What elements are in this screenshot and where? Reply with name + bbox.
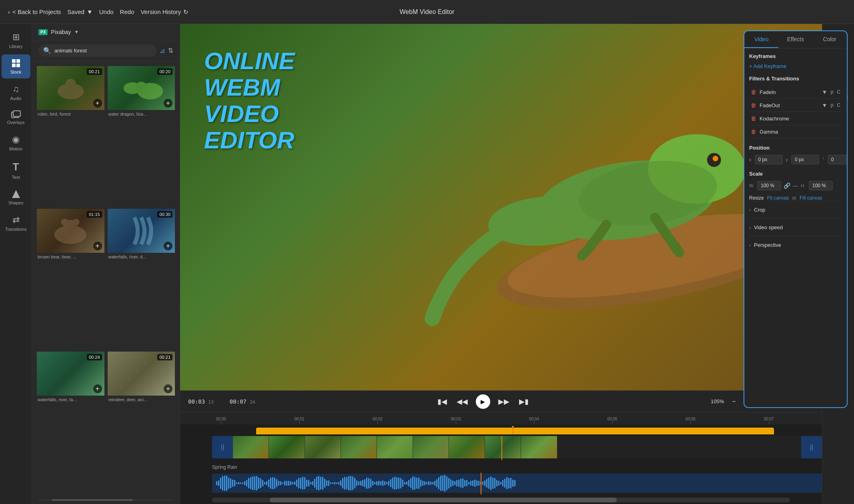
filter-gamma: 🗑 Gamma bbox=[749, 125, 842, 138]
undo-button[interactable]: Undo bbox=[99, 8, 114, 15]
filter-more-icon[interactable]: C bbox=[837, 89, 840, 95]
timeline-scrollbar-thumb[interactable] bbox=[270, 498, 616, 502]
rotation-input[interactable] bbox=[828, 155, 847, 164]
shapes-icon bbox=[11, 189, 21, 199]
timeline-scrollbar[interactable] bbox=[212, 498, 790, 502]
version-history-button[interactable]: Version History ↻ bbox=[140, 8, 188, 16]
audio-bar bbox=[300, 478, 301, 489]
play-button[interactable]: ▶ bbox=[476, 394, 490, 409]
list-item[interactable]: 01:15 + brown bear, bear, ... bbox=[37, 209, 104, 348]
audio-bar bbox=[318, 476, 319, 490]
tab-effects[interactable]: Effects bbox=[778, 31, 812, 48]
redo-button[interactable]: Redo bbox=[120, 8, 134, 15]
filter-delete-icon[interactable]: 🗑 bbox=[751, 102, 756, 108]
sort-icon[interactable]: ⇅ bbox=[168, 47, 173, 54]
audio-bar bbox=[470, 481, 471, 485]
filter-more-icon[interactable]: C bbox=[837, 102, 840, 108]
media-add-button[interactable]: + bbox=[93, 242, 102, 250]
filter-delete-icon[interactable]: 🗑 bbox=[751, 115, 756, 122]
source-dropdown-icon[interactable]: ▼ bbox=[74, 29, 79, 35]
media-duration: 00:24 bbox=[87, 354, 102, 360]
y-label: y bbox=[786, 157, 788, 162]
media-add-button[interactable]: + bbox=[164, 242, 172, 250]
audio-bar bbox=[486, 479, 487, 488]
w-input[interactable] bbox=[757, 181, 781, 190]
zoom-out-button[interactable]: − bbox=[730, 396, 737, 407]
fit-canvas-button[interactable]: Fit canvas bbox=[767, 195, 789, 201]
sidebar-item-transitions[interactable]: ⇄ Transitions bbox=[2, 211, 30, 236]
fast-forward-button[interactable]: ▶▶ bbox=[497, 396, 511, 408]
media-add-button[interactable]: + bbox=[164, 99, 172, 108]
scale-minus-icon[interactable]: — bbox=[793, 182, 798, 189]
sidebar-item-text[interactable]: T Text bbox=[2, 157, 30, 184]
tab-video[interactable]: Video bbox=[744, 31, 778, 48]
audio-bar bbox=[438, 477, 439, 489]
fill-canvas-button[interactable]: Fill canvas bbox=[800, 195, 822, 201]
audio-bar bbox=[428, 481, 429, 485]
skip-end-button[interactable]: ▶▮ bbox=[517, 396, 530, 408]
video-segment bbox=[341, 436, 377, 458]
position-title: Position bbox=[749, 145, 842, 151]
audio-bar bbox=[218, 480, 219, 486]
audio-bar bbox=[316, 477, 317, 489]
h-input[interactable] bbox=[809, 181, 833, 190]
audio-bar bbox=[458, 480, 459, 486]
audio-bar bbox=[344, 477, 345, 490]
list-item[interactable]: 00:30 + waterfalls, river, d... bbox=[108, 209, 175, 348]
audio-bar bbox=[312, 481, 313, 486]
add-keyframe-label: + Add Keyframe bbox=[749, 63, 786, 69]
skip-start-button[interactable]: ▮◀ bbox=[436, 396, 449, 408]
media-add-button[interactable]: + bbox=[93, 384, 102, 393]
filter-delete-icon[interactable]: 🗑 bbox=[751, 89, 756, 95]
filter-keyframe-dot[interactable]: · bbox=[830, 104, 834, 107]
audio-bar bbox=[288, 481, 289, 486]
add-keyframe-button[interactable]: + Add Keyframe bbox=[749, 63, 842, 69]
filter-keyframe-dot[interactable]: · bbox=[830, 90, 834, 94]
sidebar-item-audio[interactable]: ♫ Audio bbox=[2, 80, 30, 105]
sidebar-item-shapes[interactable]: Shapes bbox=[2, 185, 30, 209]
sidebar-item-stock[interactable]: Stock bbox=[2, 54, 30, 78]
sidebar-item-overlays[interactable]: Overlays bbox=[2, 106, 30, 129]
playhead[interactable] bbox=[513, 426, 513, 434]
filter-expand-icon[interactable]: ▼ bbox=[822, 89, 827, 95]
audio-bar bbox=[260, 478, 261, 488]
rewind-button[interactable]: ◀◀ bbox=[455, 396, 469, 408]
audio-bar bbox=[220, 478, 221, 489]
perspective-section[interactable]: › Perspective bbox=[749, 236, 842, 254]
y-input[interactable] bbox=[791, 155, 819, 164]
audio-bar bbox=[296, 480, 297, 486]
audio-bar bbox=[468, 482, 469, 484]
filter-delete-icon[interactable]: 🗑 bbox=[751, 128, 756, 135]
link-icon[interactable]: 🔗 bbox=[784, 182, 790, 189]
saved-button[interactable]: Saved ▼ bbox=[67, 8, 92, 15]
audio-bar bbox=[228, 478, 229, 489]
audio-bar bbox=[216, 481, 217, 485]
tab-color[interactable]: Color bbox=[813, 31, 847, 48]
sidebar-item-motion[interactable]: ◉ Motion bbox=[2, 130, 30, 155]
audio-bar bbox=[256, 476, 257, 490]
video-speed-section[interactable]: › Video speed bbox=[749, 218, 842, 236]
list-item[interactable]: 00:21 + robin, bird, forest bbox=[37, 66, 104, 206]
h-label: H bbox=[801, 183, 806, 188]
search-input[interactable] bbox=[54, 48, 152, 54]
media-label: waterfalls, river, la... bbox=[37, 396, 104, 404]
video-track-left-handle[interactable]: || bbox=[212, 436, 233, 458]
list-item[interactable]: 00:20 + water dragon, liza... bbox=[108, 66, 175, 206]
list-item[interactable]: 00:21 + reindeer, deer, ani... bbox=[108, 352, 175, 491]
filter-expand-icon[interactable]: ▼ bbox=[822, 102, 827, 108]
list-item[interactable]: 00:24 + waterfalls, river, la... bbox=[37, 352, 104, 491]
video-segment bbox=[485, 436, 521, 458]
audio-bar bbox=[370, 479, 371, 488]
audio-bar bbox=[406, 482, 407, 485]
filter-icon[interactable]: ⊿ bbox=[160, 47, 165, 54]
crop-section[interactable]: › Crop bbox=[749, 201, 842, 218]
sidebar-item-library[interactable]: ⊞ Library bbox=[2, 28, 30, 53]
video-track-right-handle[interactable]: || bbox=[801, 436, 822, 458]
x-input[interactable] bbox=[755, 155, 783, 164]
audio-track-content bbox=[212, 473, 822, 494]
back-to-projects-button[interactable]: ‹ < Back to Projects bbox=[8, 8, 61, 15]
media-add-button[interactable]: + bbox=[93, 99, 102, 108]
svg-point-14 bbox=[61, 219, 68, 226]
text-track-block[interactable]: A bbox=[256, 428, 774, 434]
media-add-button[interactable]: + bbox=[164, 384, 172, 393]
